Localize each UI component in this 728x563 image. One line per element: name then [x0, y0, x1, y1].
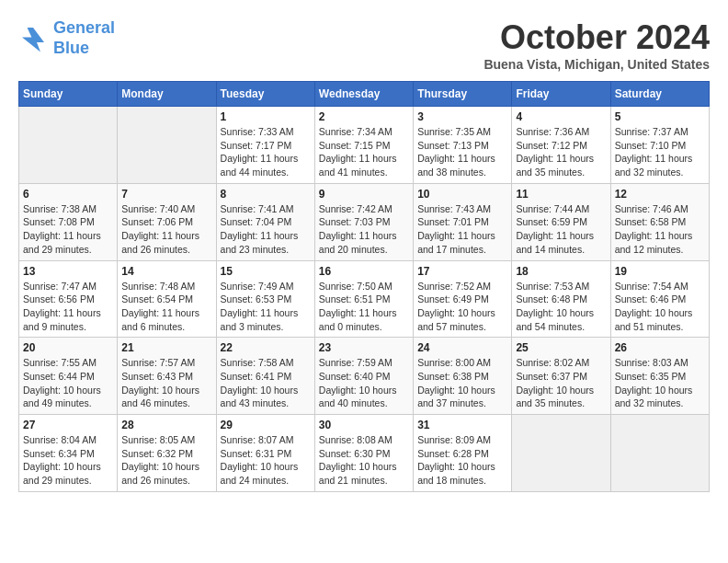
- calendar-cell: 7Sunrise: 7:40 AM Sunset: 7:06 PM Daylig…: [118, 183, 216, 260]
- calendar-cell: 25Sunrise: 8:02 AM Sunset: 6:37 PM Dayli…: [512, 338, 610, 415]
- day-number: 8: [221, 188, 311, 201]
- calendar-cell: 30Sunrise: 8:08 AM Sunset: 6:30 PM Dayli…: [314, 415, 413, 492]
- calendar-cell: [512, 415, 610, 492]
- calendar-week-row: 27Sunrise: 8:04 AM Sunset: 6:34 PM Dayli…: [19, 415, 710, 492]
- day-info: Sunrise: 8:04 AM Sunset: 6:34 PM Dayligh…: [23, 433, 113, 488]
- day-number: 16: [319, 265, 409, 278]
- weekday-header: Sunday: [19, 82, 118, 107]
- calendar-cell: 10Sunrise: 7:43 AM Sunset: 7:01 PM Dayli…: [414, 183, 512, 260]
- calendar-cell: 20Sunrise: 7:55 AM Sunset: 6:44 PM Dayli…: [19, 338, 118, 415]
- month-title: October 2024: [483, 18, 710, 57]
- day-number: 29: [221, 419, 311, 431]
- calendar-cell: [118, 107, 216, 184]
- day-info: Sunrise: 7:34 AM Sunset: 7:15 PM Dayligh…: [319, 125, 409, 179]
- day-number: 28: [121, 419, 211, 431]
- day-info: Sunrise: 8:02 AM Sunset: 6:37 PM Dayligh…: [516, 356, 606, 410]
- day-number: 31: [417, 419, 507, 431]
- day-info: Sunrise: 7:41 AM Sunset: 7:04 PM Dayligh…: [221, 202, 311, 257]
- day-info: Sunrise: 7:37 AM Sunset: 7:10 PM Dayligh…: [615, 125, 705, 179]
- day-info: Sunrise: 7:57 AM Sunset: 6:43 PM Dayligh…: [121, 356, 211, 410]
- calendar-cell: 2Sunrise: 7:34 AM Sunset: 7:15 PM Daylig…: [314, 107, 413, 184]
- page-header: General Blue October 2024 Buena Vista, M…: [18, 18, 710, 72]
- logo: General Blue: [18, 18, 115, 58]
- day-number: 21: [121, 341, 211, 354]
- day-info: Sunrise: 8:03 AM Sunset: 6:35 PM Dayligh…: [615, 356, 705, 410]
- calendar-cell: 22Sunrise: 7:58 AM Sunset: 6:41 PM Dayli…: [216, 338, 314, 415]
- day-number: 6: [23, 188, 113, 201]
- calendar-cell: 6Sunrise: 7:38 AM Sunset: 7:08 PM Daylig…: [19, 183, 118, 260]
- day-number: 7: [121, 188, 211, 201]
- calendar-cell: 11Sunrise: 7:44 AM Sunset: 6:59 PM Dayli…: [512, 183, 610, 260]
- day-number: 19: [615, 265, 705, 278]
- calendar-week-row: 20Sunrise: 7:55 AM Sunset: 6:44 PM Dayli…: [19, 338, 710, 415]
- svg-marker-0: [22, 28, 44, 52]
- calendar-cell: 19Sunrise: 7:54 AM Sunset: 6:46 PM Dayli…: [610, 260, 709, 338]
- day-info: Sunrise: 7:59 AM Sunset: 6:40 PM Dayligh…: [319, 356, 409, 410]
- day-info: Sunrise: 7:58 AM Sunset: 6:41 PM Dayligh…: [221, 356, 311, 410]
- day-number: 25: [516, 341, 606, 354]
- calendar-week-row: 1Sunrise: 7:33 AM Sunset: 7:17 PM Daylig…: [19, 107, 710, 184]
- day-info: Sunrise: 7:52 AM Sunset: 6:49 PM Dayligh…: [417, 280, 507, 334]
- day-info: Sunrise: 7:53 AM Sunset: 6:48 PM Dayligh…: [516, 280, 606, 334]
- day-number: 27: [23, 419, 113, 431]
- calendar-cell: 3Sunrise: 7:35 AM Sunset: 7:13 PM Daylig…: [414, 107, 512, 184]
- calendar-cell: 13Sunrise: 7:47 AM Sunset: 6:56 PM Dayli…: [19, 260, 118, 338]
- day-number: 11: [516, 188, 606, 201]
- day-info: Sunrise: 7:46 AM Sunset: 6:58 PM Dayligh…: [615, 202, 705, 257]
- calendar-table: SundayMondayTuesdayWednesdayThursdayFrid…: [18, 81, 710, 492]
- day-number: 18: [516, 265, 606, 278]
- day-number: 12: [615, 188, 705, 201]
- weekday-header: Monday: [118, 82, 216, 107]
- weekday-header: Tuesday: [216, 82, 314, 107]
- day-info: Sunrise: 7:33 AM Sunset: 7:17 PM Dayligh…: [221, 125, 311, 179]
- day-number: 24: [417, 341, 507, 354]
- day-number: 10: [417, 188, 507, 201]
- calendar-cell: [610, 415, 709, 492]
- day-info: Sunrise: 7:35 AM Sunset: 7:13 PM Dayligh…: [417, 125, 507, 179]
- calendar-cell: [19, 107, 118, 184]
- calendar-cell: 5Sunrise: 7:37 AM Sunset: 7:10 PM Daylig…: [610, 107, 709, 184]
- day-number: 2: [319, 110, 409, 123]
- day-info: Sunrise: 7:54 AM Sunset: 6:46 PM Dayligh…: [615, 280, 705, 334]
- calendar-cell: 28Sunrise: 8:05 AM Sunset: 6:32 PM Dayli…: [118, 415, 216, 492]
- day-info: Sunrise: 7:42 AM Sunset: 7:03 PM Dayligh…: [319, 202, 409, 257]
- logo-icon: [18, 24, 48, 53]
- calendar-week-row: 6Sunrise: 7:38 AM Sunset: 7:08 PM Daylig…: [19, 183, 710, 260]
- calendar-cell: 23Sunrise: 7:59 AM Sunset: 6:40 PM Dayli…: [314, 338, 413, 415]
- day-info: Sunrise: 8:00 AM Sunset: 6:38 PM Dayligh…: [417, 356, 507, 410]
- day-info: Sunrise: 7:47 AM Sunset: 6:56 PM Dayligh…: [23, 280, 113, 334]
- day-info: Sunrise: 7:43 AM Sunset: 7:01 PM Dayligh…: [417, 202, 507, 257]
- day-number: 5: [615, 110, 705, 123]
- calendar-cell: 16Sunrise: 7:50 AM Sunset: 6:51 PM Dayli…: [314, 260, 413, 338]
- day-info: Sunrise: 7:38 AM Sunset: 7:08 PM Dayligh…: [23, 202, 113, 257]
- day-number: 1: [221, 110, 311, 123]
- calendar-cell: 29Sunrise: 8:07 AM Sunset: 6:31 PM Dayli…: [216, 415, 314, 492]
- day-number: 3: [417, 110, 507, 123]
- calendar-cell: 27Sunrise: 8:04 AM Sunset: 6:34 PM Dayli…: [19, 415, 118, 492]
- day-number: 23: [319, 341, 409, 354]
- day-number: 14: [121, 265, 211, 278]
- day-info: Sunrise: 7:55 AM Sunset: 6:44 PM Dayligh…: [23, 356, 113, 410]
- day-info: Sunrise: 7:40 AM Sunset: 7:06 PM Dayligh…: [121, 202, 211, 257]
- calendar-cell: 24Sunrise: 8:00 AM Sunset: 6:38 PM Dayli…: [414, 338, 512, 415]
- day-info: Sunrise: 7:44 AM Sunset: 6:59 PM Dayligh…: [516, 202, 606, 257]
- weekday-header: Saturday: [610, 82, 709, 107]
- calendar-cell: 4Sunrise: 7:36 AM Sunset: 7:12 PM Daylig…: [512, 107, 610, 184]
- day-number: 26: [615, 341, 705, 354]
- calendar-cell: 31Sunrise: 8:09 AM Sunset: 6:28 PM Dayli…: [414, 415, 512, 492]
- day-number: 9: [319, 188, 409, 201]
- day-info: Sunrise: 8:08 AM Sunset: 6:30 PM Dayligh…: [319, 433, 409, 488]
- logo-line1: General: [53, 18, 115, 37]
- day-info: Sunrise: 7:36 AM Sunset: 7:12 PM Dayligh…: [516, 125, 606, 179]
- weekday-header: Thursday: [414, 82, 512, 107]
- calendar-cell: 12Sunrise: 7:46 AM Sunset: 6:58 PM Dayli…: [610, 183, 709, 260]
- logo-text: General Blue: [53, 18, 115, 58]
- calendar-cell: 17Sunrise: 7:52 AM Sunset: 6:49 PM Dayli…: [414, 260, 512, 338]
- weekday-header: Wednesday: [314, 82, 413, 107]
- calendar-cell: 8Sunrise: 7:41 AM Sunset: 7:04 PM Daylig…: [216, 183, 314, 260]
- day-number: 30: [319, 419, 409, 431]
- day-info: Sunrise: 7:50 AM Sunset: 6:51 PM Dayligh…: [319, 280, 409, 334]
- day-info: Sunrise: 7:49 AM Sunset: 6:53 PM Dayligh…: [221, 280, 311, 334]
- day-info: Sunrise: 8:07 AM Sunset: 6:31 PM Dayligh…: [221, 433, 311, 488]
- calendar-cell: 18Sunrise: 7:53 AM Sunset: 6:48 PM Dayli…: [512, 260, 610, 338]
